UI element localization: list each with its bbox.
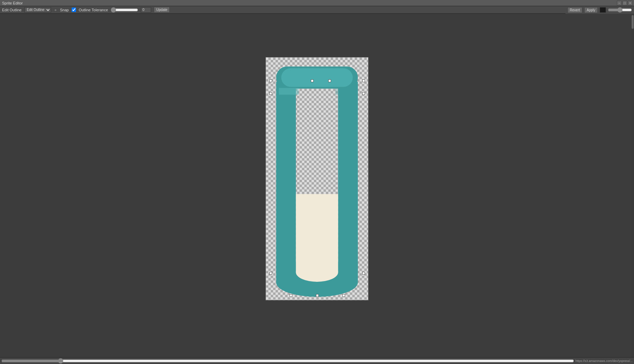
vertical-scrollbar[interactable]	[631, 14, 634, 357]
outline-dot-tc-left[interactable]	[311, 79, 314, 82]
canvas-area[interactable]	[0, 14, 634, 357]
close-button[interactable]: ×	[628, 1, 633, 5]
outline-tolerance-slider[interactable]	[111, 8, 138, 12]
snap-checkbox[interactable]	[72, 8, 76, 12]
outline-dot-bc[interactable]	[316, 294, 319, 297]
maximize-button[interactable]: □	[622, 1, 627, 5]
title-bar-controls: − □ ×	[617, 1, 633, 5]
svg-rect-5	[296, 194, 338, 272]
svg-point-6	[296, 263, 338, 282]
svg-rect-9	[281, 68, 353, 87]
snap-label: Snap	[60, 8, 69, 12]
color-swatch[interactable]	[600, 7, 606, 13]
status-text: https://s3.amazonaws.com/dev/yxpress/...	[575, 359, 633, 363]
bottom-bar: https://s3.amazonaws.com/dev/yxpress/...	[0, 357, 634, 364]
outline-dot-tl[interactable]	[269, 79, 272, 82]
minimize-button[interactable]: −	[617, 1, 622, 5]
edit-outline-label: Edit Outline	[2, 8, 22, 12]
svg-rect-1	[276, 81, 296, 272]
outline-dot-mr[interactable]	[362, 272, 365, 275]
outline-dot-ml[interactable]	[269, 272, 272, 275]
svg-rect-8	[336, 88, 355, 95]
horizontal-scrollbar[interactable]	[1, 359, 574, 363]
outline-dot-tc-right[interactable]	[328, 79, 331, 82]
toolbar: Edit Outline Edit Outline ÷ Snap Outline…	[0, 6, 634, 14]
outline-tolerance-label: Outline Tolerance	[79, 8, 108, 12]
title-label: Sprite Editor	[2, 1, 23, 5]
outline-tolerance-value[interactable]: 0	[141, 7, 151, 13]
edit-outline-select[interactable]: Edit Outline	[24, 7, 51, 13]
outline-dot-tr[interactable]	[362, 79, 365, 82]
outline-dot-bl[interactable]	[290, 294, 292, 297]
v-scroll-thumb[interactable]	[632, 15, 634, 29]
outline-dot-ul[interactable]	[269, 92, 272, 95]
title-bar: Sprite Editor − □ ×	[0, 0, 634, 6]
sprite-svg	[266, 58, 368, 300]
outline-dot-br[interactable]	[342, 294, 345, 297]
sprite-canvas[interactable]	[266, 57, 368, 300]
apply-button[interactable]: Apply	[584, 7, 598, 13]
svg-rect-7	[279, 88, 299, 95]
revert-button[interactable]: Revert	[568, 7, 582, 13]
right-toolbar: Revert Apply	[565, 6, 634, 14]
update-button[interactable]: Update	[154, 7, 170, 13]
zoom-slider[interactable]	[608, 8, 632, 12]
outline-dot-ur[interactable]	[362, 92, 365, 95]
svg-rect-2	[338, 81, 358, 272]
